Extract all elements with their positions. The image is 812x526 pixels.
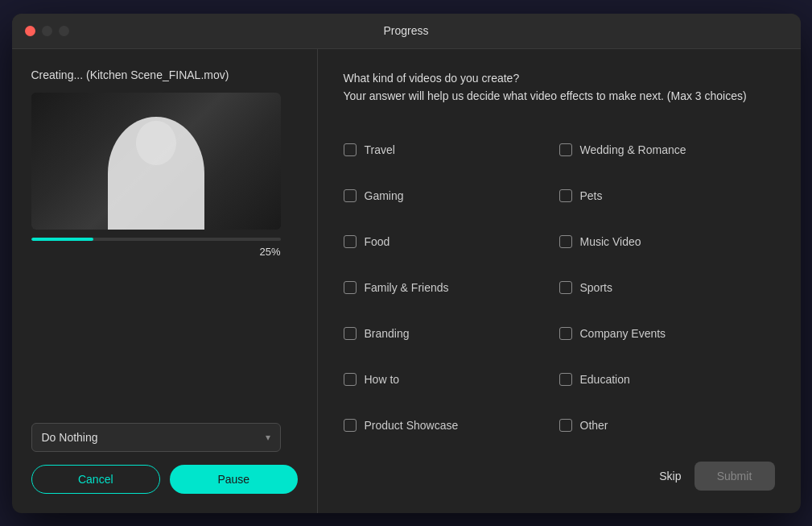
choice-other[interactable]: Other [559, 403, 775, 449]
choice-label-travel: Travel [365, 143, 395, 156]
video-scene [31, 93, 281, 230]
cancel-button[interactable]: Cancel [31, 465, 161, 494]
checkbox-pets[interactable] [559, 189, 572, 202]
choice-wedding[interactable]: Wedding & Romance [559, 127, 775, 173]
choice-label-sports: Sports [580, 281, 612, 294]
checkbox-family[interactable] [344, 281, 357, 294]
choice-sports[interactable]: Sports [559, 265, 775, 311]
choice-pets[interactable]: Pets [559, 173, 775, 219]
progress-bar-fill [31, 238, 94, 241]
choice-company[interactable]: Company Events [559, 311, 775, 357]
choice-branding[interactable]: Branding [344, 311, 559, 357]
choice-howto[interactable]: How to [344, 357, 559, 403]
completion-dropdown[interactable]: Do Nothing ▾ [31, 423, 281, 452]
choice-label-company: Company Events [580, 327, 666, 340]
checkbox-gaming[interactable] [344, 189, 357, 202]
maximize-button[interactable] [59, 26, 69, 36]
choice-education[interactable]: Education [559, 357, 775, 403]
action-buttons: Cancel Pause [31, 465, 298, 494]
checkbox-music[interactable] [559, 235, 572, 248]
right-panel: What kind of videos do you create? Your … [318, 49, 801, 513]
choice-music[interactable]: Music Video [559, 219, 775, 265]
checkbox-sports[interactable] [559, 281, 572, 294]
choice-food[interactable]: Food [344, 219, 559, 265]
checkbox-travel[interactable] [344, 143, 357, 156]
question-title: What kind of videos do you create? [344, 72, 775, 85]
window-title: Progress [383, 24, 428, 37]
choice-label-howto: How to [365, 373, 400, 386]
choice-gaming[interactable]: Gaming [344, 173, 559, 219]
checkbox-product[interactable] [344, 419, 357, 432]
choice-label-pets: Pets [580, 189, 603, 202]
submit-button[interactable]: Submit [695, 462, 775, 491]
choice-label-gaming: Gaming [365, 189, 404, 202]
left-panel: Creating... (Kitchen Scene_FINAL.mov) 25… [12, 49, 318, 513]
choice-label-education: Education [580, 373, 630, 386]
progress-bar-track [31, 238, 281, 241]
choice-label-food: Food [365, 235, 390, 248]
checkbox-company[interactable] [559, 327, 572, 340]
pause-button[interactable]: Pause [170, 465, 298, 494]
choice-label-product: Product Showcase [365, 419, 459, 432]
checkbox-food[interactable] [344, 235, 357, 248]
question-subtitle: Your answer will help us decide what vid… [344, 88, 775, 105]
video-preview [31, 93, 281, 230]
choice-label-music: Music Video [580, 235, 641, 248]
choice-label-other: Other [580, 419, 608, 432]
choice-label-family: Family & Friends [365, 281, 449, 294]
checkbox-wedding[interactable] [559, 143, 572, 156]
progress-window: Progress Creating... (Kitchen Scene_FINA… [12, 14, 801, 513]
checkbox-education[interactable] [559, 373, 572, 386]
checkbox-branding[interactable] [344, 327, 357, 340]
choice-product[interactable]: Product Showcase [344, 403, 559, 449]
choice-label-wedding: Wedding & Romance [580, 143, 686, 156]
chevron-down-icon: ▾ [266, 432, 270, 443]
main-content: Creating... (Kitchen Scene_FINAL.mov) 25… [12, 49, 801, 513]
close-button[interactable] [25, 26, 35, 36]
choice-family[interactable]: Family & Friends [344, 265, 559, 311]
choice-travel[interactable]: Travel [344, 127, 559, 173]
choices-grid: Travel Wedding & Romance Gaming Pets Foo… [344, 127, 775, 449]
dropdown-value: Do Nothing [42, 431, 98, 444]
minimize-button[interactable] [42, 26, 52, 36]
choice-label-branding: Branding [365, 327, 410, 340]
dropdown-row: Do Nothing ▾ Cancel Pause [31, 410, 298, 494]
bottom-bar: Skip Submit [344, 449, 775, 491]
traffic-lights [25, 26, 69, 36]
skip-button[interactable]: Skip [659, 470, 681, 483]
creating-label: Creating... (Kitchen Scene_FINAL.mov) [31, 68, 298, 81]
checkbox-other[interactable] [559, 419, 572, 432]
progress-percent: 25% [31, 246, 281, 258]
titlebar: Progress [12, 14, 801, 49]
checkbox-howto[interactable] [344, 373, 357, 386]
